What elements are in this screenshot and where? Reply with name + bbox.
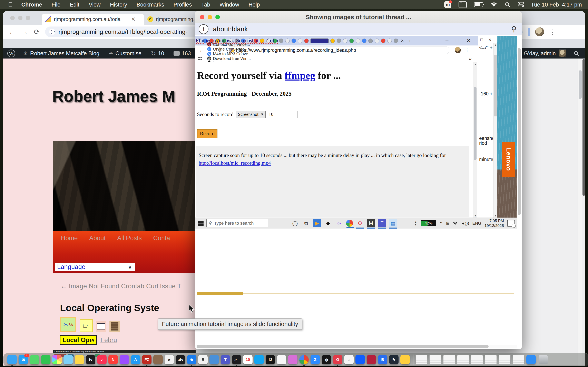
menu-item-tab[interactable]: Tab [201,2,210,8]
opera-icon[interactable]: O [356,219,364,227]
inner-tab-favicon[interactable] [298,39,302,43]
menu-item-history[interactable]: History [110,2,127,8]
inner-tab-favicon[interactable] [362,39,366,43]
messages-icon[interactable] [30,355,39,364]
mail-icon[interactable]: ✉1 [18,355,28,364]
page-scrollbar-thumb[interactable] [579,70,582,99]
wordpress-logo-icon[interactable]: W [7,50,15,57]
popup-horizontal-scrollbar[interactable] [195,345,517,349]
dictionary-icon[interactable] [209,355,219,364]
admin-search-icon[interactable] [573,50,579,57]
inner-tab-favicon[interactable] [343,39,347,43]
record-button[interactable]: Record [197,129,217,138]
vm-icon[interactable] [400,355,410,364]
maps-icon[interactable] [63,355,73,364]
reload-button[interactable]: ⟳ [34,28,40,36]
close-tab-icon[interactable]: ✕ [401,39,404,44]
chrome-menu-icon[interactable]: ⋮ [549,28,555,35]
language-select[interactable]: Language ∨ [55,263,135,271]
info-icon[interactable]: i [199,24,208,34]
profile-avatar[interactable] [535,27,544,36]
site-name-link[interactable]: Robert James Metcalfe Blog [30,50,99,57]
downloads-folder-icon[interactable] [526,355,536,364]
minimized-window-thumbnail[interactable] [485,355,497,364]
teams-icon[interactable]: T [378,219,386,227]
notes-icon[interactable] [75,355,84,364]
calendar-icon[interactable]: 10 [243,355,252,364]
spotlight-search-icon[interactable] [505,2,510,8]
github-desktop-icon[interactable]: ◆ [324,219,332,227]
keyboard-status-icon[interactable] [458,1,467,8]
minimize-window-button[interactable] [18,16,22,20]
facetime-icon[interactable] [41,355,51,364]
macos-overlay-scrollbar[interactable] [582,59,585,196]
bookmark-item[interactable]: ↻Online Converter -... [207,47,253,52]
tutorial-screenshot-image[interactable]: ✕+ Ffmpeg_Windows_Screenshot_... 4 of 5 … [195,36,517,229]
nav-link-about[interactable]: About [89,234,106,242]
minimized-window-thumbnail[interactable] [513,355,525,364]
new-tab-icon[interactable]: + [408,39,411,44]
zoom-search-icon[interactable]: ⚲ [511,25,517,33]
podcasts-icon[interactable] [120,355,129,364]
inner-tab-favicon[interactable] [285,39,290,43]
inner-tab-favicon[interactable] [304,39,309,43]
forward-button[interactable]: → [21,28,28,36]
mode-select[interactable]: Screenshot▼ [236,111,266,118]
inner-tab-favicon[interactable] [381,39,385,43]
menu-bar-clock[interactable]: Tue 10 Feb 4:17 pm [531,2,582,8]
teams-icon[interactable]: T [221,355,230,364]
popup-url-bar[interactable]: i about:blank ⚲ [195,23,522,35]
close-window-button[interactable] [200,15,204,19]
tv-icon[interactable]: tv [86,355,95,364]
admin-greeting[interactable]: G'day, admin [524,50,556,57]
bookmark-item[interactable]: ↻M4A to MP3 Conve... [207,52,253,56]
popup-vertical-scrollbar[interactable] [517,36,521,338]
mastodon-icon[interactable]: M [367,219,375,227]
previous-post-link[interactable]: ← Image Not Found Crontab Curl Issue T [61,282,181,290]
inner-tab-favicon[interactable] [368,39,373,43]
affinity-icon[interactable]: ✎ [389,355,398,364]
zoom-window-button[interactable] [215,15,220,19]
bluetooth-icon[interactable]: B [378,355,387,364]
minimized-window-thumbnail[interactable] [471,355,483,364]
close-window-button[interactable] [10,16,15,20]
inner-tab-favicon[interactable] [292,39,296,43]
minimized-window-thumbnail[interactable] [415,355,427,364]
safari-icon[interactable]: ✸ [187,355,196,364]
zoom-window-button[interactable] [26,16,30,20]
taskbar-search-box[interactable]: ⚲ Type here to search [207,219,268,227]
whatsapp-icon[interactable]: ◌ [344,355,354,364]
inner-tab-favicon[interactable] [349,39,354,43]
start-button-icon[interactable] [198,221,204,226]
popup-title-bar[interactable]: Showing images of tutorial thread ... [195,11,522,23]
intellij-icon[interactable]: IJ [266,355,275,364]
inner-tab-favicon[interactable] [279,39,283,43]
animation-crop-icon[interactable]: ✂λλ [60,317,76,332]
github-icon[interactable]: ◍ [322,355,331,364]
menu-app-name[interactable]: Chrome [21,2,42,8]
finder-icon[interactable] [7,355,17,364]
pages-icon[interactable] [277,355,286,364]
page-scrollbar-track[interactable] [578,58,582,366]
minimized-window-thumbnail[interactable] [443,355,455,364]
nav-link-all-posts[interactable]: All Posts [117,234,142,242]
nav-link-home[interactable]: Home [61,234,78,242]
inner-tab-favicon[interactable] [394,39,398,43]
app-store-icon[interactable]: A [131,355,140,364]
period-select[interactable]: Local Ope ∨ [60,335,97,345]
inner-tab-favicon[interactable] [330,39,335,43]
task-view-icon[interactable]: ⧉ [302,219,310,227]
menu-item-window[interactable]: Window [219,2,239,8]
recording-link[interactable]: http://localhost/mic_recording.mp4 [199,160,271,166]
nav-link-conta[interactable]: Conta [153,234,170,242]
menu-item-help[interactable]: Help [249,2,260,8]
notepadpp-icon[interactable]: ▤ [389,219,397,227]
notification-center-icon[interactable] [507,220,515,226]
trash-icon[interactable] [539,355,548,364]
open-book-icon[interactable] [96,321,106,332]
inner-tab-favicon[interactable] [387,39,392,43]
news-icon[interactable]: N [108,355,118,364]
chrome-icon[interactable] [299,355,309,364]
raspberry-icon[interactable] [367,355,376,364]
visual-studio-icon[interactable]: ∞ [335,219,343,227]
